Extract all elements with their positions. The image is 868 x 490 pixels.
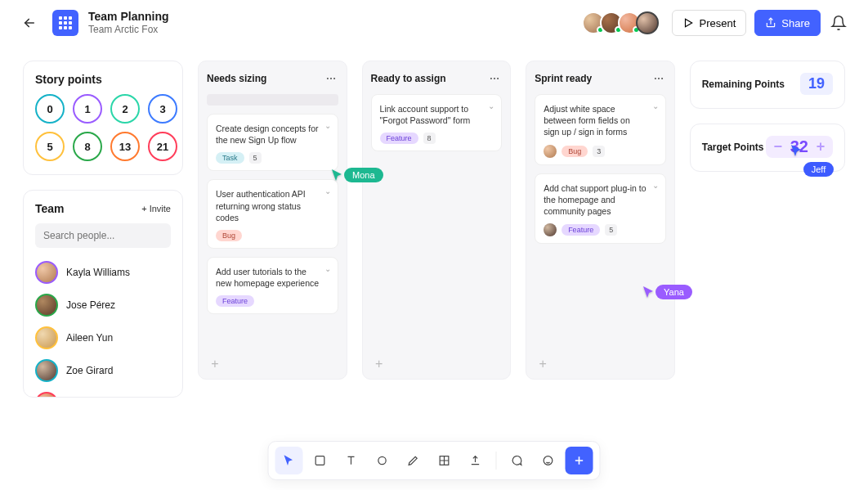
story-point-chip-0[interactable]: 0	[35, 94, 65, 124]
tool-reactions[interactable]	[535, 447, 562, 474]
card-title: Add user tutorials to the new homepage e…	[216, 266, 329, 289]
cursor-label-jeff: Jeff	[803, 162, 834, 177]
plus-icon	[573, 454, 586, 467]
kanban-card[interactable]: ⌄Adjust white space between form fields …	[535, 94, 666, 165]
kanban-card[interactable]: ⌄Add chat support plug-in to the homepag…	[535, 173, 666, 245]
card-tag: Bug	[216, 230, 242, 241]
team-title: Team	[35, 202, 65, 215]
target-decrement[interactable]: −	[772, 138, 784, 155]
team-member[interactable]: Zoe Girard	[35, 354, 171, 387]
kanban-card[interactable]: ⌄Link account support to "Forgot Passwor…	[371, 94, 503, 151]
story-point-chip-3[interactable]: 3	[148, 94, 177, 124]
tool-text[interactable]	[338, 447, 365, 474]
tool-pointer[interactable]	[275, 447, 303, 474]
svg-point-11	[378, 456, 386, 464]
card-tag: Feature	[562, 224, 600, 236]
chevron-down-icon[interactable]: ⌄	[488, 101, 494, 110]
search-input[interactable]	[35, 223, 171, 248]
team-member[interactable]: Sandy Moreau	[35, 387, 171, 398]
card-points: 8	[423, 133, 436, 144]
chevron-down-icon[interactable]: ⌄	[324, 187, 331, 196]
text-icon	[345, 454, 358, 467]
story-point-chip-13[interactable]: 13	[110, 132, 140, 161]
column-needs-sizing: Needs sizing⌄Create design concepts for …	[198, 61, 347, 380]
team-member[interactable]: Jose Pérez	[35, 289, 171, 321]
column-menu-button[interactable]	[651, 71, 666, 86]
avatar	[35, 392, 58, 398]
circle-icon	[376, 454, 389, 467]
svg-point-2	[330, 78, 332, 79]
avatar	[35, 359, 58, 382]
grid-icon	[438, 454, 451, 467]
story-point-chip-8[interactable]: 8	[73, 132, 102, 161]
story-point-chip-5[interactable]: 5	[35, 132, 65, 161]
avatar	[35, 294, 58, 317]
story-point-chip-21[interactable]: 21	[148, 132, 177, 161]
column-menu-button[interactable]	[324, 71, 338, 86]
chevron-down-icon[interactable]: ⌄	[324, 264, 331, 273]
member-name: Jose Pérez	[66, 299, 115, 311]
story-point-chip-2[interactable]: 2	[110, 94, 140, 124]
remaining-points-value: 19	[800, 73, 833, 95]
presence-avatars[interactable]	[587, 11, 659, 34]
avatar[interactable]	[636, 11, 659, 34]
svg-point-4	[490, 78, 492, 79]
tool-pen[interactable]	[400, 447, 427, 474]
arrow-left-icon	[22, 16, 37, 30]
tool-upload[interactable]	[462, 447, 490, 474]
remaining-points-label: Remaining Points	[702, 79, 785, 90]
comment-icon	[511, 454, 524, 467]
column-title: Sprint ready	[535, 73, 592, 84]
column-sprint-ready: Sprint ready⌄Adjust white space between …	[526, 61, 675, 380]
chevron-down-icon[interactable]: ⌄	[324, 121, 331, 130]
card-title: Link account support to "Forgot Password…	[380, 103, 494, 126]
svg-point-13	[544, 456, 553, 465]
avatar	[35, 261, 58, 284]
tool-frame[interactable]	[431, 447, 459, 474]
pointer-icon	[282, 453, 297, 468]
svg-point-5	[494, 78, 495, 79]
member-name: Aileen Yun	[66, 332, 113, 344]
invite-button[interactable]: + Invite	[141, 204, 171, 214]
svg-point-7	[655, 78, 656, 79]
app-logo[interactable]	[52, 10, 78, 36]
tool-sticky[interactable]	[306, 447, 334, 474]
target-points-value: 32	[790, 137, 808, 156]
card-tag: Task	[216, 152, 244, 164]
story-point-chip-1[interactable]: 1	[73, 94, 102, 124]
tool-shape[interactable]	[369, 447, 396, 474]
present-button[interactable]: Present	[672, 10, 746, 36]
column-ready-to-assign: Ready to assign⌄Link account support to …	[362, 61, 512, 380]
svg-marker-0	[686, 19, 692, 26]
tool-comment[interactable]	[503, 447, 531, 474]
add-card-button[interactable]: +	[535, 356, 551, 372]
member-name: Zoe Girard	[66, 365, 113, 376]
bell-icon	[830, 15, 847, 31]
kanban-card[interactable]: ⌄User authentication API returning wrong…	[207, 179, 338, 249]
share-button[interactable]: Share	[754, 10, 821, 36]
target-points-label: Target Points	[702, 142, 764, 153]
back-button[interactable]	[20, 13, 39, 33]
kanban-card[interactable]: ⌄Create design concepts for the new Sign…	[207, 114, 338, 171]
column-menu-button[interactable]	[487, 71, 502, 86]
chevron-down-icon[interactable]: ⌄	[652, 101, 659, 110]
team-panel: Team + Invite Kayla WilliamsJose PérezAi…	[23, 190, 183, 398]
column-title: Ready to assign	[371, 73, 446, 84]
story-points-title: Story points	[35, 73, 171, 86]
column-title: Needs sizing	[207, 73, 266, 84]
upload-icon	[469, 454, 482, 467]
add-card-button[interactable]: +	[207, 356, 223, 372]
svg-point-9	[661, 78, 663, 79]
smiley-icon	[542, 454, 555, 467]
pen-icon	[407, 454, 420, 467]
notifications-button[interactable]	[829, 13, 848, 33]
target-increment[interactable]: +	[815, 138, 826, 155]
team-member[interactable]: Kayla Williams	[35, 256, 171, 289]
chevron-down-icon[interactable]: ⌄	[652, 181, 659, 190]
kanban-card[interactable]: ⌄Add user tutorials to the new homepage …	[207, 257, 338, 314]
team-member[interactable]: Aileen Yun	[35, 321, 171, 354]
add-card-button[interactable]: +	[371, 356, 387, 372]
member-name: Kayla Williams	[66, 267, 130, 278]
tool-add[interactable]	[566, 447, 593, 474]
assignee-avatar	[544, 223, 557, 236]
